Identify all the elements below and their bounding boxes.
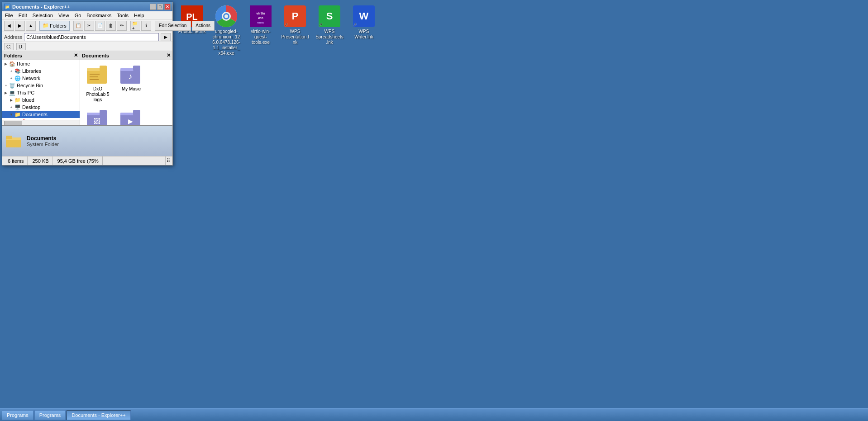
menu-go[interactable]: Go bbox=[72, 12, 84, 19]
folders-button[interactable]: 📁 Folders bbox=[39, 21, 70, 31]
tree-item-blued[interactable]: ▶ 📁 blued bbox=[2, 96, 80, 104]
wps-presentation-label: WPS Presentation.lnk bbox=[281, 29, 310, 45]
folders-panel-header: Folders ✕ bbox=[2, 51, 80, 60]
actions-button[interactable]: Actions bbox=[192, 21, 215, 31]
recycle-bin-label: Recycle Bin bbox=[17, 83, 43, 88]
svg-rect-36 bbox=[133, 110, 140, 115]
folders-panel-close[interactable]: ✕ bbox=[74, 52, 78, 58]
file-item-my-pictures[interactable]: 🖼 My Pictures bbox=[82, 106, 114, 125]
statusbar: 6 items 250 KB 95,4 GB free (75% ⠿ bbox=[2, 156, 172, 165]
desktop-icon-photoline[interactable]: PL PhotoLine.lnk bbox=[176, 4, 208, 58]
desktop-icon-virtio[interactable]: virtio win tools virtio-win-guest-tools.… bbox=[244, 4, 277, 58]
recycle-bin-expander: + bbox=[3, 83, 9, 88]
svg-rect-28 bbox=[133, 66, 140, 71]
libraries-icon: 📚 bbox=[14, 67, 21, 75]
tree-item-this-pc[interactable]: ▶ 💻 This PC bbox=[2, 89, 80, 96]
desktop-icon-wps-spreadsheets[interactable]: S WPS Spreadsheets.lnk bbox=[313, 4, 346, 58]
taskbar-explorer-pp[interactable]: Documents - Explorer++ bbox=[67, 410, 130, 420]
titlebar-left: 📁 Documents - Explorer++ bbox=[4, 4, 70, 10]
tree-item-network[interactable]: + 🌐 Network bbox=[2, 75, 80, 82]
new-folder-button[interactable]: 📁+ bbox=[130, 21, 140, 31]
properties-button[interactable]: ℹ bbox=[141, 21, 151, 31]
files-panel-close[interactable]: ✕ bbox=[167, 52, 171, 58]
files-panel: Documents ✕ bbox=[80, 51, 172, 125]
tree-item-documents[interactable]: ▼ 📁 Documents bbox=[2, 111, 80, 118]
taskbar-programs-2[interactable]: Programs bbox=[34, 410, 66, 420]
file-item-dxo-photolabs[interactable]: DxO PhotoLab 5 logs bbox=[82, 62, 114, 104]
my-pictures-icon: 🖼 bbox=[87, 108, 109, 125]
recycle-bin-icon: 🗑️ bbox=[9, 82, 16, 89]
address-go-button[interactable]: ▶ bbox=[161, 33, 171, 41]
forward-button[interactable]: ▶ bbox=[15, 21, 25, 31]
address-input[interactable] bbox=[24, 33, 159, 41]
minimize-button[interactable]: – bbox=[150, 4, 156, 10]
svg-text:▶: ▶ bbox=[128, 118, 133, 125]
svg-rect-23 bbox=[90, 74, 100, 75]
close-button[interactable]: ✕ bbox=[164, 4, 171, 10]
svg-rect-32 bbox=[100, 110, 107, 115]
menu-tools[interactable]: Tools bbox=[114, 12, 131, 19]
tree-horizontal-scrollbar[interactable] bbox=[2, 120, 80, 125]
chromium-label: ungoogled-chromium_126.0.6478.126-1.1_in… bbox=[212, 29, 241, 56]
desktop-label: Desktop bbox=[22, 104, 40, 110]
file-item-my-videos[interactable]: ▶ My Videos bbox=[115, 106, 147, 125]
up-button[interactable]: ▲ bbox=[26, 21, 36, 31]
documents-label: Documents bbox=[22, 112, 48, 117]
maximize-button[interactable]: □ bbox=[157, 4, 163, 10]
svg-text:♪: ♪ bbox=[129, 72, 133, 81]
window-app-icon: 📁 bbox=[4, 4, 10, 10]
taskbar-programs-1[interactable]: Programs bbox=[2, 410, 33, 420]
status-free-space: 95,4 GB free (75% bbox=[54, 156, 103, 165]
my-music-label: My Music bbox=[122, 86, 141, 92]
this-pc-expander: ▶ bbox=[3, 90, 9, 95]
address-label: Address bbox=[4, 34, 22, 40]
file-item-my-music[interactable]: ♪ My Music bbox=[115, 62, 147, 104]
svg-rect-25 bbox=[90, 79, 99, 80]
cut-button[interactable]: ✂ bbox=[84, 21, 94, 31]
svg-point-15 bbox=[224, 14, 228, 18]
delete-button[interactable]: 🗑 bbox=[106, 21, 116, 31]
folder-icon-small: 📁 bbox=[43, 23, 49, 28]
drive-c-btn[interactable]: C: bbox=[4, 43, 14, 50]
tree-item-libraries[interactable]: + 📚 Libraries bbox=[2, 67, 80, 75]
files-panel-header: Documents ✕ bbox=[80, 51, 172, 60]
rename-button[interactable]: ✏ bbox=[117, 21, 127, 31]
copy-button[interactable]: 📋 bbox=[73, 21, 83, 31]
addressbar: Address ▶ bbox=[2, 32, 172, 42]
this-pc-label: This PC bbox=[17, 90, 34, 95]
home-icon: 🏠 bbox=[9, 60, 16, 67]
desktop-icon-chromium[interactable]: ungoogled-chromium_126.0.6478.126-1.1_in… bbox=[210, 4, 243, 58]
network-label: Network bbox=[22, 76, 40, 81]
wps-presentation-icon: P bbox=[284, 5, 306, 27]
resize-handle[interactable]: ⠿ bbox=[165, 156, 171, 165]
this-pc-icon: 💻 bbox=[9, 89, 16, 96]
menu-file[interactable]: File bbox=[2, 12, 16, 19]
menu-selection[interactable]: Selection bbox=[30, 12, 56, 19]
edit-selection-button[interactable]: Edit Selection bbox=[155, 21, 191, 31]
desktop-icon-wps-writer[interactable]: W WPS Writer.lnk bbox=[348, 4, 380, 58]
tree-item-desktop[interactable]: + 🖥️ Desktop bbox=[2, 104, 80, 111]
tree-item-recycle-bin[interactable]: + 🗑️ Recycle Bin bbox=[2, 82, 80, 89]
svg-rect-22 bbox=[100, 66, 107, 71]
paste-button[interactable]: 📄 bbox=[95, 21, 105, 31]
desktop-icon-wps-presentation[interactable]: P WPS Presentation.lnk bbox=[279, 4, 311, 58]
drivebar: C: D: bbox=[2, 42, 172, 51]
info-panel: Documents System Folder bbox=[2, 125, 172, 156]
svg-rect-24 bbox=[90, 76, 98, 77]
taskbar: Programs Programs Documents - Explorer++ bbox=[0, 408, 868, 421]
menu-view[interactable]: View bbox=[56, 12, 72, 19]
blued-label: blued bbox=[22, 97, 34, 103]
menu-help[interactable]: Help bbox=[131, 12, 147, 19]
home-label: Home bbox=[17, 61, 30, 66]
menu-bookmarks[interactable]: Bookmarks bbox=[84, 12, 114, 19]
folders-tree: ▶ 🏠 Home + 📚 Libraries + 🌐 Network bbox=[2, 60, 80, 120]
network-icon: 🌐 bbox=[14, 75, 21, 82]
dxo-photolabs-label: DxO PhotoLab 5 logs bbox=[84, 86, 112, 103]
files-content: DxO PhotoLab 5 logs ♪ My Music bbox=[80, 60, 172, 125]
svg-text:🖼: 🖼 bbox=[94, 118, 100, 125]
drive-d-btn[interactable]: D: bbox=[16, 43, 26, 50]
menu-edit[interactable]: Edit bbox=[16, 12, 30, 19]
desktop-expander: + bbox=[9, 104, 14, 110]
back-button[interactable]: ◀ bbox=[4, 21, 14, 31]
tree-item-home[interactable]: ▶ 🏠 Home bbox=[2, 60, 80, 67]
